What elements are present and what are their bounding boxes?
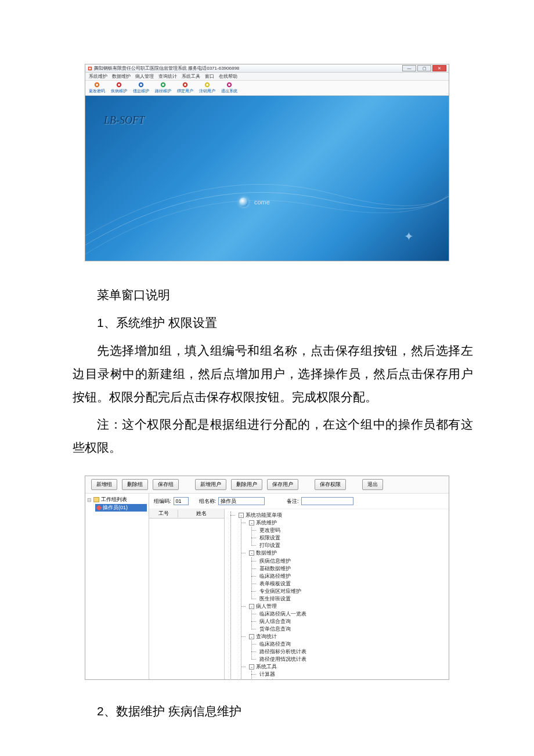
tool-label: 绑定用户: [177, 88, 193, 94]
perm-group[interactable]: -系统工具计算器记事本: [247, 663, 445, 679]
new-group-button[interactable]: 新增组: [91, 479, 117, 490]
lock-icon: [93, 82, 100, 88]
perm-item[interactable]: 路径指标分析统计表: [257, 648, 445, 656]
col-name: 姓名: [178, 510, 224, 517]
perm-item[interactable]: 权限设置: [257, 534, 445, 542]
window-controls: — ▢ ✕: [402, 65, 446, 71]
compass-button[interactable]: 路径维护: [155, 82, 171, 94]
titlebar: 舞阳钢铁有限责任公司职工医院信息管理系统 服务电话0371-63906898 —…: [85, 64, 449, 73]
maximize-button[interactable]: ▢: [417, 65, 431, 71]
save-group-button[interactable]: 保存组: [153, 479, 179, 490]
perm-item[interactable]: 病人综合查询: [257, 618, 445, 625]
collapse-icon[interactable]: -: [249, 520, 254, 525]
note-input[interactable]: [301, 497, 353, 505]
exit-icon: [226, 82, 233, 88]
menu-item[interactable]: 病人管理: [135, 73, 154, 80]
menu-item[interactable]: 系统工具: [182, 73, 200, 80]
menu-item[interactable]: 数据维护: [112, 73, 131, 80]
window-title: 舞阳钢铁有限责任公司职工医院信息管理系统 服务电话0371-63906898: [94, 65, 239, 71]
collapse-icon[interactable]: -: [249, 550, 254, 556]
delete-group-button[interactable]: 删除组: [122, 479, 148, 490]
perm-item[interactable]: 货单信息查询: [257, 625, 445, 633]
center-label: come: [239, 197, 270, 207]
tool-label: 注销用户: [199, 88, 215, 94]
svg-point-5: [118, 84, 120, 86]
collapse-icon[interactable]: -: [239, 513, 244, 518]
section2-title: 2、数据维护 疾病信息维护: [73, 700, 473, 723]
col-id: 工号: [149, 510, 178, 517]
menubar: 系统维护 数据维护 病人管理 查询统计 系统工具 窗口 在线帮助: [85, 73, 449, 81]
app-icon: [88, 66, 92, 71]
menu-item[interactable]: 系统维护: [89, 73, 107, 80]
info-button[interactable]: 信息维护: [133, 82, 149, 94]
perm-item[interactable]: 路径使用情况统计表: [257, 656, 445, 663]
delete-user-button[interactable]: 删除用户: [231, 479, 262, 490]
section1-para1: 先选择增加组，填入组编号和组名称，点击保存组按钮，然后选择左边目录树中的新建组，…: [73, 339, 473, 409]
svg-point-13: [206, 84, 208, 86]
section1-title: 1、系统维护 权限设置: [73, 311, 473, 334]
perm-item[interactable]: 记事本: [257, 678, 445, 679]
exit-button[interactable]: 退出: [362, 479, 383, 490]
permission-screen-screenshot: 新增组 删除组 保存组 新增用户 删除用户 保存用户 保存权限 退出 ⊟ 工作组…: [85, 476, 449, 680]
perm-item[interactable]: 临床路径查询: [257, 640, 445, 648]
user-list-body: [149, 519, 224, 679]
svg-point-9: [162, 84, 164, 86]
tool-label: 信息维护: [133, 88, 149, 94]
lock-button[interactable]: 更改密码: [89, 82, 105, 94]
caption: 菜单窗口说明: [73, 283, 473, 307]
group-form: 组编码: 组名称: 备注:: [149, 494, 449, 509]
link-icon: [182, 82, 189, 88]
perm-item[interactable]: 计算器: [257, 671, 445, 678]
perm-group[interactable]: -数据维护疾病信息维护基础数据维护临床路径维护表单模板设置专业病区对应维护医生排…: [247, 549, 445, 602]
permission-toolbar: 新增组 删除组 保存组 新增用户 删除用户 保存用户 保存权限 退出: [85, 476, 449, 494]
name-input[interactable]: [218, 497, 265, 505]
perm-item[interactable]: 更改密码: [257, 527, 445, 534]
perm-item[interactable]: 表单模板设置: [257, 580, 445, 588]
perm-root[interactable]: -系统功能菜单项-系统维护更改密码权限设置打印设置-数据维护疾病信息维护基础数据…: [236, 512, 445, 679]
diamond-icon: [96, 505, 102, 511]
minimize-button[interactable]: —: [402, 65, 416, 71]
svg-point-11: [184, 84, 186, 86]
come-text: come: [254, 199, 270, 206]
perm-item[interactable]: 医生排班设置: [257, 595, 445, 603]
collapse-icon[interactable]: ⊟: [87, 497, 92, 503]
menu-item[interactable]: 窗口: [205, 73, 214, 80]
new-user-button[interactable]: 新增用户: [195, 479, 226, 490]
link-button[interactable]: 绑定用户: [177, 82, 193, 94]
perm-item[interactable]: 临床路径病人一览表: [257, 610, 445, 618]
tool-label: 路径维护: [155, 88, 171, 94]
heart-icon: [116, 82, 122, 88]
group-tree-root[interactable]: ⊟ 工作组列表: [87, 496, 147, 503]
permission-tree: -系统功能菜单项-系统维护更改密码权限设置打印设置-数据维护疾病信息维护基础数据…: [225, 509, 449, 679]
perm-item[interactable]: 临床路径维护: [257, 573, 445, 580]
code-input[interactable]: [174, 497, 189, 505]
menu-item[interactable]: 在线帮助: [219, 73, 237, 80]
collapse-icon[interactable]: -: [249, 604, 254, 609]
menu-item[interactable]: 查询统计: [158, 73, 177, 80]
group-root-label: 工作组列表: [101, 496, 127, 503]
compass-icon: [160, 82, 167, 88]
perm-item[interactable]: 专业病区对应维护: [257, 588, 445, 595]
user-list-header: 工号 姓名: [149, 509, 224, 519]
heart-button[interactable]: 疾病维护: [111, 82, 127, 94]
toolbar: 更改密码疾病维护信息维护路径维护绑定用户注销用户退出系统: [85, 81, 449, 96]
close-button[interactable]: ✕: [432, 65, 446, 71]
perm-group[interactable]: -病人管理临床路径病人一览表病人综合查询货单信息查询: [247, 603, 445, 633]
perm-item[interactable]: 打印设置: [257, 542, 445, 549]
perm-group[interactable]: -系统维护更改密码权限设置打印设置: [247, 519, 445, 549]
svg-point-15: [228, 84, 230, 86]
save-user-button[interactable]: 保存用户: [267, 479, 298, 490]
perm-item[interactable]: 基础数据维护: [257, 565, 445, 573]
save-permission-button[interactable]: 保存权限: [315, 479, 346, 490]
note-label: 备注:: [287, 498, 299, 505]
group-tree-selected[interactable]: 操作员(01): [95, 504, 147, 512]
perm-group[interactable]: -查询统计临床路径查询路径指标分析统计表路径使用情况统计表: [247, 633, 445, 663]
collapse-icon[interactable]: -: [249, 634, 254, 639]
perm-item[interactable]: 疾病信息维护: [257, 557, 445, 565]
name-label: 组名称:: [199, 498, 217, 505]
svg-rect-1: [89, 67, 91, 69]
svg-point-3: [96, 84, 98, 86]
exit-button[interactable]: 退出系统: [221, 82, 237, 94]
user-button[interactable]: 注销用户: [199, 82, 215, 94]
collapse-icon[interactable]: -: [249, 664, 254, 669]
